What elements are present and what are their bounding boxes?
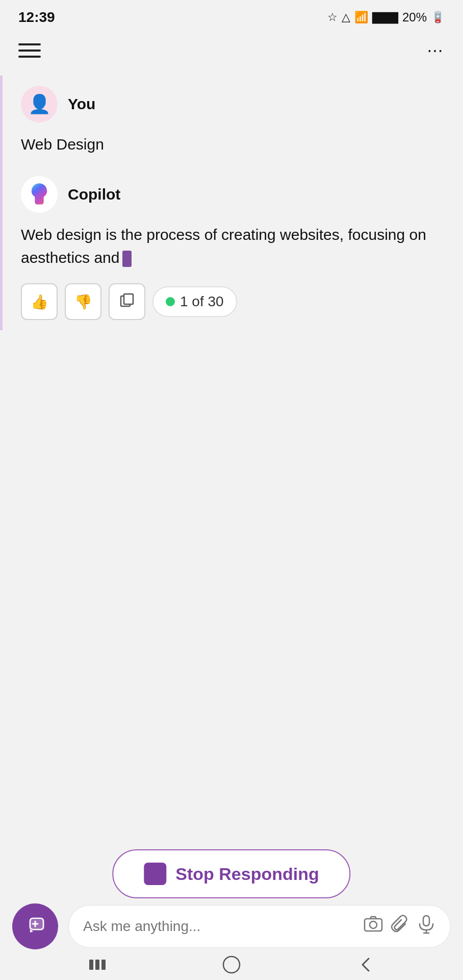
bottom-nav: [0, 949, 463, 980]
battery-percent: 20%: [402, 10, 427, 24]
copy-svg: [119, 292, 135, 308]
new-chat-svg: [23, 912, 47, 937]
thumbs-down-icon: 👎: [74, 293, 92, 310]
thumbs-up-button[interactable]: 👍: [21, 283, 58, 320]
new-chat-icon: [23, 912, 47, 941]
stop-responding-button[interactable]: Stop Responding: [112, 849, 350, 898]
stop-btn-container: Stop Responding: [112, 849, 350, 898]
new-chat-button[interactable]: [12, 903, 58, 949]
user-message-text: Web Design: [21, 133, 445, 156]
user-name: You: [68, 95, 95, 113]
bluetooth-icon: ☆: [327, 11, 338, 24]
user-message-header: 👤 You: [21, 86, 445, 122]
svg-rect-14: [223, 957, 240, 973]
typing-cursor: [122, 251, 132, 267]
home-button[interactable]: [220, 953, 243, 976]
camera-svg: [364, 915, 383, 934]
status-bar: 12:39 ☆ △ 📶 ▇▇▇ 20% 🪫: [0, 0, 463, 31]
ask-input[interactable]: [83, 918, 356, 935]
status-icons: ☆ △ 📶 ▇▇▇ 20% 🪫: [327, 10, 445, 24]
home-svg: [220, 953, 243, 976]
mute-icon: △: [342, 11, 350, 24]
top-nav: ⋯: [0, 31, 463, 76]
wifi-icon: 📶: [354, 11, 368, 24]
copy-icon: [119, 292, 135, 312]
battery-icon: 🪫: [431, 11, 445, 24]
back-button[interactable]: [355, 954, 376, 975]
response-dot: [166, 297, 175, 306]
response-count-text: 1 of 30: [180, 293, 224, 310]
more-options-button[interactable]: ⋯: [427, 41, 445, 60]
back-svg: [355, 954, 376, 975]
copilot-name: Copilot: [68, 186, 120, 203]
stop-responding-label: Stop Responding: [175, 864, 319, 884]
hamburger-line-2: [18, 50, 41, 52]
copilot-message-text: Web design is the process of creating we…: [21, 223, 445, 269]
user-avatar: 👤: [21, 86, 58, 122]
copilot-message-block: Copilot Web design is the process of cre…: [0, 166, 463, 330]
recent-apps-svg: [87, 954, 108, 975]
svg-rect-8: [423, 916, 429, 926]
hamburger-line-1: [18, 43, 41, 45]
action-buttons-row: 👍 👎 1 of 30: [21, 283, 445, 320]
status-time: 12:39: [18, 9, 55, 26]
camera-button[interactable]: [364, 915, 383, 938]
svg-rect-12: [95, 960, 99, 970]
copilot-message-header: Copilot: [21, 176, 445, 213]
attach-button[interactable]: [390, 915, 409, 938]
svg-rect-6: [365, 919, 382, 931]
stop-icon: [144, 863, 166, 885]
chat-container: 👤 You Web Design: [0, 76, 463, 443]
thumbs-down-button[interactable]: 👎: [65, 283, 101, 320]
mic-button[interactable]: [417, 915, 436, 938]
attach-svg: [390, 915, 409, 934]
mic-svg: [417, 915, 436, 934]
menu-button[interactable]: [18, 43, 41, 58]
input-field-container: [68, 905, 451, 948]
svg-rect-13: [101, 960, 106, 970]
hamburger-line-3: [18, 56, 41, 58]
recent-apps-button[interactable]: [87, 954, 108, 975]
svg-rect-11: [89, 960, 93, 970]
thumbs-up-icon: 👍: [31, 293, 48, 310]
input-bar: [0, 903, 463, 949]
response-count-badge[interactable]: 1 of 30: [152, 286, 237, 317]
copilot-logo-svg: [26, 181, 53, 208]
svg-rect-1: [124, 294, 133, 304]
user-message-block: 👤 You Web Design: [0, 76, 463, 166]
copy-button[interactable]: [109, 283, 145, 320]
copilot-avatar: [21, 176, 58, 213]
signal-icon: ▇▇▇: [372, 11, 398, 24]
user-avatar-icon: 👤: [28, 93, 51, 115]
svg-point-7: [370, 921, 377, 928]
